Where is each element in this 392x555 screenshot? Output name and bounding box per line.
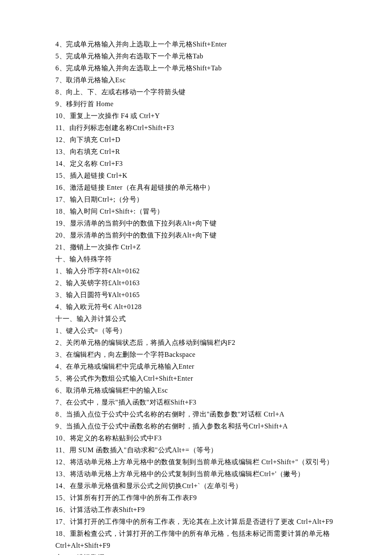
text-line: 3、输入日圆符号¥Alt+0165 xyxy=(55,289,337,301)
text-line: 4、在单元格或编辑栏中完成单元格输入Enter xyxy=(55,361,337,373)
text-line: 21、撤销上一次操作 Ctrl+Z xyxy=(55,241,337,253)
text-line: 8、当插入点位于公式中公式名称的右侧时，弹出"函数参数"对话框 Ctrl+A xyxy=(55,408,337,420)
text-line: 14、定义名称 Ctrl+F3 xyxy=(55,158,337,170)
text-line: 11、用 SUM 函数插入"自动求和"公式Alt+=（等号） xyxy=(55,444,337,456)
text-line: 4、完成单元格输入并向上选取上一个单元格Shift+Enter xyxy=(55,38,337,50)
text-line: 5、完成单元格输入并向右选取下一个单元格Tab xyxy=(55,50,337,62)
text-line: 13、向右填充 Ctrl+R xyxy=(55,146,337,158)
text-line: 4、输入欧元符号€ Alt+0128 xyxy=(55,301,337,313)
text-line: 8、向上、下、左或右移动一个字符箭头键 xyxy=(55,86,337,98)
text-line: 12、向下填充 Ctrl+D xyxy=(55,134,337,146)
text-line: 15、计算所有打开的工作簿中的所有工作表F9 xyxy=(55,492,337,504)
text-line: 十、输入特殊字符 xyxy=(55,253,337,265)
text-line: 15、插入超链接 Ctrl+K xyxy=(55,170,337,182)
text-line: 10、重复上一次操作 F4 或 Ctrl+Y xyxy=(55,110,337,122)
text-line: 十二、编辑数据 xyxy=(55,552,337,555)
text-line: 6、完成单元格输入并向左选取上一个单元格Shift+Tab xyxy=(55,62,337,74)
text-line: 16、激活超链接 Enter（在具有超链接的单元格中） xyxy=(55,182,337,194)
text-line: 5、将公式作为数组公式输入Ctrl+Shift+Enter xyxy=(55,373,337,384)
text-line: 2、输入英镑字符£Alt+0163 xyxy=(55,277,337,289)
text-line: 20、显示清单的当前列中的数值下拉列表Alt+向下键 xyxy=(55,229,337,241)
text-line: 13、将活动单元格上方单元格中的公式复制到当前单元格或编辑栏Ctrl+'（撇号） xyxy=(55,468,337,480)
text-line: 17、输入日期Ctrl+;（分号） xyxy=(55,194,337,205)
text-line: 18、输入时间 Ctrl+Shift+:（冒号） xyxy=(55,205,337,217)
text-line: 7、取消单元格输入Esc xyxy=(55,74,337,86)
text-line: 16、计算活动工作表Shift+F9 xyxy=(55,504,337,516)
text-line: 3、在编辑栏内，向左删除一个字符Backspace xyxy=(55,349,337,361)
document-content: 4、完成单元格输入并向上选取上一个单元格Shift+Enter5、完成单元格输入… xyxy=(55,38,337,555)
text-line: 11、由行列标志创建名称Ctrl+Shift+F3 xyxy=(55,122,337,134)
text-line: 19、显示清单的当前列中的数值下拉列表Alt+向下键 xyxy=(55,217,337,229)
text-line: 9、当插入点位于公式中函数名称的右侧时，插入参数名和括号Ctrl+Shift+A xyxy=(55,420,337,432)
text-line: 2、关闭单元格的编辑状态后，将插入点移动到编辑栏内F2 xyxy=(55,337,337,349)
text-line: 十一、输入并计算公式 xyxy=(55,313,337,325)
text-line: 6、取消单元格或编辑栏中的输入Esc xyxy=(55,384,337,396)
text-line: 9、移到行首 Home xyxy=(55,98,337,110)
text-line: 14、在显示单元格值和显示公式之间切换Ctrl+`（左单引号） xyxy=(55,480,337,492)
text-line: 18、重新检查公式，计算打开的工作簿中的所有单元格，包括未标记而需要计算的单元格… xyxy=(55,528,337,552)
text-line: 12、将活动单元格上方单元格中的数值复制到当前单元格或编辑栏 Ctrl+Shif… xyxy=(55,456,337,468)
text-line: 17、计算打开的工作簿中的所有工作表，无论其在上次计算后是否进行了更改 Ctrl… xyxy=(55,516,337,528)
text-line: 10、将定义的名称粘贴到公式中F3 xyxy=(55,432,337,444)
text-line: 1、键入公式=（等号） xyxy=(55,325,337,337)
text-line: 1、输入分币字符¢Alt+0162 xyxy=(55,265,337,277)
text-line: 7、在公式中，显示"插入函数"对话框Shift+F3 xyxy=(55,396,337,408)
